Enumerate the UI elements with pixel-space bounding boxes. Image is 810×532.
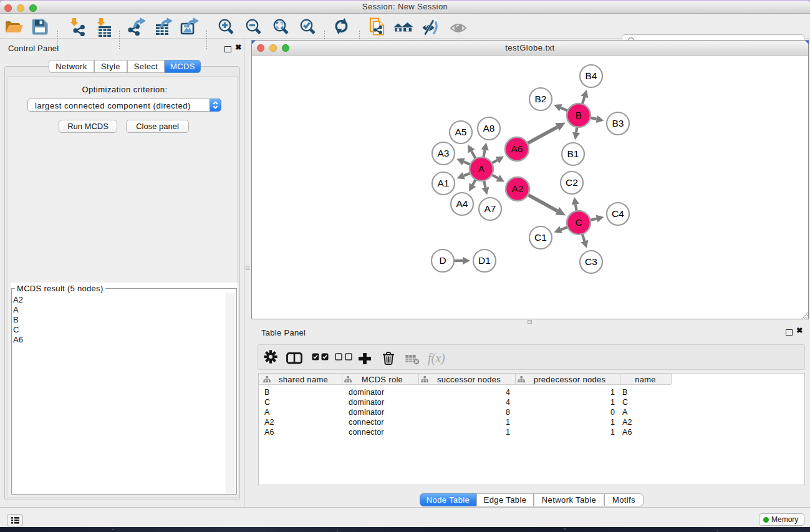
svg-text:A8: A8 xyxy=(483,123,495,133)
svg-text:B4: B4 xyxy=(586,70,597,81)
svg-text:C2: C2 xyxy=(566,177,578,188)
svg-text:D: D xyxy=(439,255,446,266)
svg-text:A6: A6 xyxy=(511,143,523,154)
svg-text:A5: A5 xyxy=(455,127,467,137)
svg-text:B1: B1 xyxy=(567,148,579,159)
svg-text:C: C xyxy=(575,217,582,228)
svg-text:A3: A3 xyxy=(438,148,450,158)
svg-text:C4: C4 xyxy=(612,208,624,219)
svg-text:A: A xyxy=(478,163,485,174)
svg-text:B: B xyxy=(576,110,582,120)
svg-text:A7: A7 xyxy=(485,203,496,214)
svg-text:A2: A2 xyxy=(512,183,524,194)
svg-text:A1: A1 xyxy=(438,178,450,188)
svg-text:C1: C1 xyxy=(534,232,547,243)
svg-text:A4: A4 xyxy=(456,198,468,209)
svg-text:D1: D1 xyxy=(478,255,491,266)
svg-text:B3: B3 xyxy=(612,118,624,128)
svg-text:C3: C3 xyxy=(585,256,597,267)
svg-text:B2: B2 xyxy=(535,94,547,104)
